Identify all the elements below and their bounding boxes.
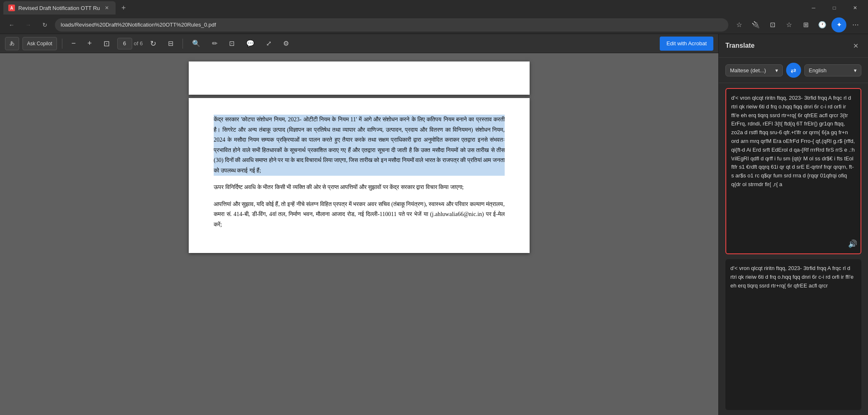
pdf-paragraph-1[interactable]: केंद्र सरकार 'कोटपा संशोधन नियम, 2023- ओ…	[214, 115, 505, 176]
tab-title: Revised Draft Notification OTT Ru	[18, 5, 100, 11]
address-bar: ← → ↻ loads/Revised%20Draft%20Notificati…	[0, 16, 868, 34]
refresh-button[interactable]: ↻	[38, 18, 52, 32]
page-total: of 6	[134, 40, 143, 47]
divider1	[62, 39, 62, 49]
translate-result-text-box[interactable]: d'< vron qlcqt riritn ftqq, 2023- 3trfid…	[725, 259, 861, 410]
pdf-paragraph-3: आपत्तियां और सुझाव, यदि कोई हैं, तो इन्ह…	[214, 199, 505, 230]
target-language-label: English	[809, 67, 827, 74]
titlebar: A Revised Draft Notification OTT Ru ✕ + …	[0, 0, 868, 16]
target-language-selector[interactable]: English ▾	[804, 64, 862, 76]
divider2	[182, 39, 183, 49]
swap-languages-button[interactable]: ⇄	[786, 63, 801, 78]
edit-with-acrobat-button[interactable]: Edit with Acrobat	[660, 37, 713, 51]
language-selector-row: Maltese (det...) ▾ ⇄ English ▾	[719, 58, 868, 83]
expand-button[interactable]: ⤢	[262, 37, 276, 50]
translate-panel-header: Translate ✕	[719, 34, 868, 58]
japanese-char-button[interactable]: あ	[5, 37, 19, 50]
source-language-label: Maltese (det...)	[730, 67, 766, 74]
tab-close-button[interactable]: ✕	[103, 4, 111, 12]
source-language-arrow: ▾	[775, 67, 778, 74]
pdf-page-main: केंद्र सरकार 'कोटपा संशोधन नियम, 2023- ओ…	[189, 98, 530, 253]
translate-source-text-box[interactable]: d'< vron qlcqt riritn ftqq, 2023- 3trfid…	[725, 88, 861, 254]
window-controls: ─ □ ✕	[804, 1, 865, 15]
translate-result-text: d'< vron qlcqt riritn ftqq, 2023- 3trfid…	[730, 265, 853, 289]
zoom-in-button[interactable]: +	[83, 37, 96, 50]
speaker-icon[interactable]: 🔊	[848, 238, 857, 250]
select-text-button[interactable]: ⊡	[225, 37, 239, 50]
two-page-button[interactable]: ⊟	[164, 37, 178, 50]
new-tab-button[interactable]: +	[117, 2, 130, 14]
history-button[interactable]: 🕐	[815, 17, 830, 32]
target-language-arrow: ▾	[854, 67, 857, 74]
pdf-viewer: あ Ask Copilot − + ⊡ of 6 ↻ ⊟ 🔍 ✏ ⊡ 💬 ⤢ ⚙…	[0, 34, 718, 415]
translate-panel-title: Translate	[725, 42, 850, 49]
browser-tab[interactable]: A Revised Draft Notification OTT Ru ✕	[3, 1, 116, 15]
page-number-input[interactable]	[117, 38, 132, 49]
source-language-selector[interactable]: Maltese (det...) ▾	[725, 64, 783, 76]
main-area: あ Ask Copilot − + ⊡ of 6 ↻ ⊟ 🔍 ✏ ⊡ 💬 ⤢ ⚙…	[0, 34, 868, 415]
back-button[interactable]: ←	[5, 18, 18, 32]
maximize-button[interactable]: □	[825, 1, 844, 15]
copilot-button blue-icon[interactable]: ✦	[831, 17, 846, 32]
translate-source-text: d'< vron qlcqt riritn ftqq, 2023- 3trfid…	[731, 95, 855, 187]
search-button[interactable]: 🔍	[188, 37, 205, 50]
zoom-out-button[interactable]: −	[67, 37, 80, 50]
browser-essentials-button[interactable]: ⊞	[798, 17, 813, 32]
toolbar-actions: ☆ 🔌 ⊡ ☆ ⊞ 🕐 ✦ ⋯	[732, 17, 863, 32]
url-text: loads/Revised%20Draft%20Notification%20O…	[61, 22, 216, 28]
comment-button[interactable]: 💬	[242, 37, 259, 50]
close-button[interactable]: ✕	[846, 1, 865, 15]
favorites-button[interactable]: ☆	[732, 17, 747, 32]
minimize-button[interactable]: ─	[804, 1, 823, 15]
translate-close-button[interactable]: ✕	[850, 40, 861, 52]
ask-copilot-button[interactable]: Ask Copilot	[22, 37, 57, 50]
more-tools-button[interactable]: ⋯	[848, 17, 863, 32]
draw-button[interactable]: ✏	[208, 37, 222, 50]
pdf-content-area[interactable]: केंद्र सरकार 'कोटपा संशोधन नियम, 2023- ओ…	[0, 53, 718, 415]
extensions-button[interactable]: 🔌	[748, 17, 763, 32]
translate-panel: Translate ✕ Maltese (det...) ▾ ⇄ English…	[718, 34, 868, 415]
collections-button[interactable]: ☆	[782, 17, 796, 32]
settings-button[interactable]: ⚙	[279, 37, 293, 50]
fit-page-button[interactable]: ⊡	[99, 37, 114, 50]
rotate-button[interactable]: ↻	[146, 37, 160, 50]
pdf-page-top-fragment	[189, 61, 530, 95]
forward-button[interactable]: →	[22, 18, 35, 32]
url-bar[interactable]: loads/Revised%20Draft%20Notification%20O…	[55, 18, 728, 32]
split-screen-button[interactable]: ⊡	[765, 17, 780, 32]
pdf-paragraph-2: ऊपर विनिर्दिष्ट अवधि के भीतर किसी भी व्य…	[214, 182, 505, 193]
page-navigation: of 6	[117, 38, 143, 49]
tab-favicon: A	[8, 5, 15, 11]
pdf-toolbar: あ Ask Copilot − + ⊡ of 6 ↻ ⊟ 🔍 ✏ ⊡ 💬 ⤢ ⚙…	[0, 34, 718, 53]
